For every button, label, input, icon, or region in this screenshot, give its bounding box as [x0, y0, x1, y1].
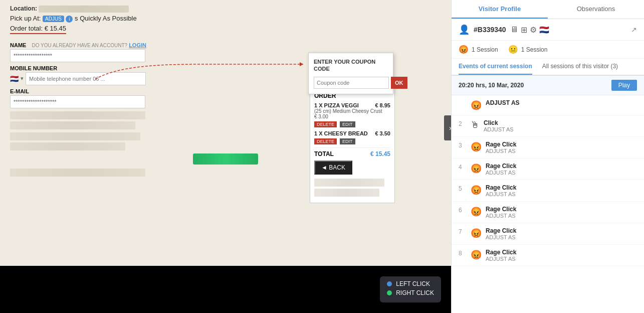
- item2-price: € 3.50: [375, 130, 390, 136]
- event-name: Click: [484, 119, 637, 126]
- order-item-2: 1 X CHEESY BREAD € 3.50 DELETE EDIT: [314, 130, 390, 144]
- event-name: Rage Click: [486, 206, 637, 213]
- grid-icon[interactable]: ⊞: [521, 25, 527, 35]
- rage-icon: 😡: [471, 141, 482, 152]
- left-click-label: LEFT CLICK: [396, 280, 430, 287]
- item1-name: 1 X PIZZA VEGGI: [314, 102, 359, 108]
- pickup-row: Pick up At: ADJUS i s Quickly As Possibl…: [10, 15, 441, 23]
- session-badges: 😡 1 Session 😐 1 Session: [452, 41, 644, 59]
- coupon-modal: ENTER YOUR COUPON CODE OK: [308, 53, 393, 94]
- coupon-ok-button[interactable]: OK: [391, 77, 407, 89]
- item2-delete-button[interactable]: DELETE: [314, 138, 337, 144]
- blur-row-2: [10, 121, 135, 129]
- events-list: 😡 ADJUST AS 2 🖱 Click ADJUST AS 3 😡 Rage…: [452, 95, 644, 313]
- expand-panel-button[interactable]: »: [444, 115, 451, 140]
- settings-icon[interactable]: ⚙: [530, 25, 537, 35]
- total-label: TOTAL: [314, 150, 334, 158]
- event-name: Rage Click: [486, 184, 637, 191]
- order-blur-1: [314, 179, 384, 187]
- angry-session-badge: 😡 1 Session: [459, 45, 498, 54]
- total-amount: € 15.45: [370, 150, 390, 158]
- order-total-row: TOTAL € 15.45: [314, 147, 390, 158]
- item1-edit-button[interactable]: EDIT: [340, 121, 355, 127]
- event-name: ADJUST AS: [486, 99, 637, 106]
- events-tabs: Events of current session All sessions o…: [452, 59, 644, 76]
- event-sub: ADJUST AS: [486, 213, 637, 219]
- event-sub: ADJUST AS: [484, 126, 637, 132]
- item1-sub: (25 cm) Medium Cheesy Crust: [314, 108, 390, 114]
- flag-nl-icon: 🇳🇱: [539, 25, 549, 35]
- back-button[interactable]: ◄ BACK: [314, 161, 352, 175]
- event-num: 4: [459, 164, 467, 171]
- event-row: 6 😡 Rage Click ADJUST AS: [452, 202, 644, 223]
- adjust-badge[interactable]: ADJUS: [43, 16, 64, 22]
- event-details: Rage Click ADJUST AS: [486, 206, 637, 219]
- visitor-info: 👤 #B339340 🖥 ⊞ ⚙ 🇳🇱 ↗: [452, 19, 644, 41]
- event-details: Rage Click ADJUST AS: [486, 163, 637, 176]
- angry-session-label: 1 Session: [472, 46, 498, 53]
- rage-icon: 😡: [471, 249, 482, 260]
- item2-name: 1 X CHEESY BREAD: [314, 130, 368, 136]
- session-time: 20:20 hrs, 10 Mar, 2020: [459, 82, 524, 89]
- left-click-dot: [387, 281, 392, 286]
- location-blur: [39, 6, 129, 13]
- item2-edit-button[interactable]: EDIT: [340, 138, 355, 144]
- blur-row-3: [10, 132, 140, 140]
- event-num: 8: [459, 250, 467, 257]
- event-row: 3 😡 Rage Click ADJUST AS: [452, 137, 644, 159]
- flag-icon: 🇳🇱: [10, 75, 19, 83]
- event-num: 5: [459, 185, 467, 192]
- coupon-input[interactable]: [314, 77, 389, 89]
- adjust-suffix: s Quickly As Possible: [75, 15, 137, 22]
- visitor-icons: 🖥 ⊞ ⚙ 🇳🇱: [510, 25, 549, 35]
- click-icon: 🖱: [471, 120, 480, 130]
- blur-row-4: [10, 142, 125, 150]
- desktop-icon[interactable]: 🖥: [510, 25, 518, 34]
- order-blurred: [314, 179, 390, 197]
- item1-delete-button[interactable]: DELETE: [314, 121, 337, 127]
- event-sub: ADJUST AS: [486, 170, 637, 176]
- right-click-dot: [387, 290, 392, 295]
- event-details: Rage Click ADJUST AS: [486, 227, 637, 240]
- event-details: Click ADJUST AS: [484, 119, 637, 132]
- event-num: 6: [459, 207, 467, 214]
- event-details: Rage Click ADJUST AS: [486, 249, 637, 262]
- name-input[interactable]: ******************: [10, 49, 145, 62]
- info-icon[interactable]: i: [66, 16, 73, 23]
- event-name: Rage Click: [486, 227, 637, 234]
- tab-observations[interactable]: Observations: [548, 0, 644, 19]
- order-item-1: 1 X PIZZA VEGGI € 8.95 (25 cm) Medium Ch…: [314, 102, 390, 127]
- pickup-label: Pick up At:: [10, 15, 41, 22]
- blur-row-5: [10, 169, 145, 177]
- event-sub: ADJUST AS: [486, 234, 637, 240]
- right-panel: Visitor Profile Observations 👤 #B339340 …: [451, 0, 644, 313]
- event-details: Rage Click ADJUST AS: [486, 184, 637, 197]
- event-sub: ADJUST AS: [486, 256, 637, 262]
- event-row: 7 😡 Rage Click ADJUST AS: [452, 223, 644, 245]
- share-icon[interactable]: ↗: [631, 26, 637, 34]
- event-row: 5 😡 Rage Click ADJUST AS: [452, 180, 644, 202]
- play-button[interactable]: Play: [611, 80, 637, 91]
- bottom-bar: LEFT CLICK RIGHT CLICK: [0, 266, 451, 313]
- rage-icon: 😡: [471, 185, 482, 196]
- coupon-input-row: OK: [314, 77, 388, 89]
- rage-icon: 😡: [471, 206, 482, 217]
- event-row: 2 🖱 Click ADJUST AS: [452, 115, 644, 137]
- event-details: Rage Click ADJUST AS: [486, 141, 637, 154]
- login-link[interactable]: LOGIN: [129, 42, 146, 48]
- event-num: 2: [459, 120, 467, 127]
- panel-tabs: Visitor Profile Observations: [452, 0, 644, 19]
- tab-visitor-profile[interactable]: Visitor Profile: [452, 0, 548, 19]
- left-click-legend: LEFT CLICK: [387, 280, 434, 287]
- event-name: Rage Click: [486, 163, 637, 170]
- email-input[interactable]: ********************: [10, 95, 145, 108]
- order-total-display: Order total: € 15.45: [10, 25, 66, 34]
- events-tab-current[interactable]: Events of current session: [459, 59, 532, 75]
- left-panel: Location: Pick up At: ADJUS i s Quickly …: [0, 0, 451, 313]
- item1-price: € 8.95: [375, 102, 390, 108]
- session-header: 20:20 hrs, 10 Mar, 2020 Play: [452, 76, 644, 95]
- visitor-id: #B339340: [474, 26, 506, 34]
- events-tab-all[interactable]: All sessions of this visitor (3): [542, 59, 618, 75]
- mobile-input[interactable]: [26, 72, 146, 85]
- event-sub: ADJUST AS: [486, 191, 637, 197]
